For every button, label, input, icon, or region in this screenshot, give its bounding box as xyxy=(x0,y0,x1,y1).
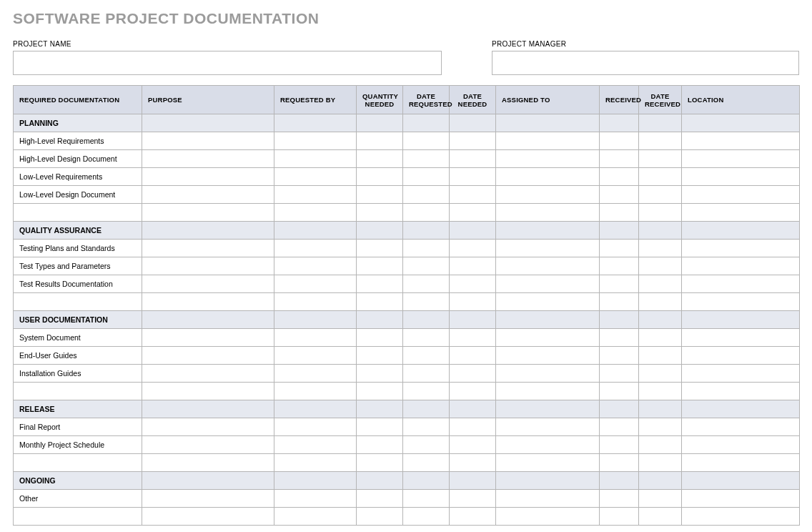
data-cell[interactable] xyxy=(142,132,274,150)
data-cell[interactable] xyxy=(600,293,639,311)
data-cell[interactable] xyxy=(639,490,682,508)
data-cell[interactable] xyxy=(357,204,403,222)
data-cell[interactable] xyxy=(450,508,496,526)
data-cell[interactable] xyxy=(403,508,450,526)
data-cell[interactable] xyxy=(274,508,357,526)
data-cell[interactable] xyxy=(142,240,274,257)
data-cell[interactable] xyxy=(600,329,639,347)
data-cell[interactable] xyxy=(600,436,639,454)
data-cell[interactable] xyxy=(496,204,600,222)
data-cell[interactable] xyxy=(496,132,600,150)
data-cell[interactable] xyxy=(639,329,682,347)
data-cell[interactable] xyxy=(274,418,357,436)
data-cell[interactable] xyxy=(142,508,274,526)
data-cell[interactable] xyxy=(274,168,357,186)
data-cell[interactable] xyxy=(403,454,450,472)
data-cell[interactable] xyxy=(450,204,496,222)
data-cell[interactable] xyxy=(403,365,450,383)
data-cell[interactable] xyxy=(682,257,800,275)
data-cell[interactable] xyxy=(357,454,403,472)
data-cell[interactable] xyxy=(600,275,639,293)
data-cell[interactable] xyxy=(639,418,682,436)
data-cell[interactable] xyxy=(496,186,600,204)
data-cell[interactable] xyxy=(142,204,274,222)
data-cell[interactable] xyxy=(357,347,403,365)
data-cell[interactable] xyxy=(496,329,600,347)
data-cell[interactable] xyxy=(496,383,600,400)
data-cell[interactable] xyxy=(600,204,639,222)
data-cell[interactable] xyxy=(450,275,496,293)
data-cell[interactable] xyxy=(496,168,600,186)
project-name-input[interactable] xyxy=(13,51,442,75)
data-cell[interactable] xyxy=(682,418,800,436)
data-cell[interactable] xyxy=(274,347,357,365)
data-cell[interactable] xyxy=(274,204,357,222)
data-cell[interactable] xyxy=(600,132,639,150)
data-cell[interactable] xyxy=(142,150,274,168)
data-cell[interactable] xyxy=(496,365,600,383)
data-cell[interactable] xyxy=(357,275,403,293)
data-cell[interactable] xyxy=(142,329,274,347)
data-cell[interactable] xyxy=(274,240,357,257)
data-cell[interactable] xyxy=(639,132,682,150)
project-manager-input[interactable] xyxy=(492,51,799,75)
data-cell[interactable] xyxy=(142,293,274,311)
data-cell[interactable] xyxy=(450,454,496,472)
data-cell[interactable] xyxy=(496,150,600,168)
data-cell[interactable] xyxy=(274,383,357,400)
data-cell[interactable] xyxy=(274,293,357,311)
data-cell[interactable] xyxy=(682,508,800,526)
data-cell[interactable] xyxy=(450,293,496,311)
data-cell[interactable] xyxy=(682,275,800,293)
data-cell[interactable] xyxy=(450,490,496,508)
data-cell[interactable] xyxy=(450,436,496,454)
data-cell[interactable] xyxy=(274,275,357,293)
data-cell[interactable] xyxy=(600,347,639,365)
data-cell[interactable] xyxy=(639,168,682,186)
data-cell[interactable] xyxy=(357,436,403,454)
data-cell[interactable] xyxy=(274,257,357,275)
data-cell[interactable] xyxy=(600,490,639,508)
data-cell[interactable] xyxy=(600,383,639,400)
data-cell[interactable] xyxy=(600,508,639,526)
data-cell[interactable] xyxy=(274,150,357,168)
data-cell[interactable] xyxy=(357,383,403,400)
data-cell[interactable] xyxy=(403,257,450,275)
data-cell[interactable] xyxy=(682,490,800,508)
data-cell[interactable] xyxy=(450,383,496,400)
data-cell[interactable] xyxy=(639,347,682,365)
data-cell[interactable] xyxy=(357,186,403,204)
data-cell[interactable] xyxy=(496,454,600,472)
data-cell[interactable] xyxy=(450,418,496,436)
data-cell[interactable] xyxy=(142,257,274,275)
data-cell[interactable] xyxy=(274,132,357,150)
data-cell[interactable] xyxy=(496,490,600,508)
data-cell[interactable] xyxy=(357,168,403,186)
data-cell[interactable] xyxy=(682,293,800,311)
data-cell[interactable] xyxy=(403,275,450,293)
data-cell[interactable] xyxy=(600,186,639,204)
data-cell[interactable] xyxy=(639,257,682,275)
data-cell[interactable] xyxy=(600,150,639,168)
data-cell[interactable] xyxy=(142,347,274,365)
data-cell[interactable] xyxy=(142,490,274,508)
data-cell[interactable] xyxy=(682,132,800,150)
data-cell[interactable] xyxy=(639,293,682,311)
data-cell[interactable] xyxy=(403,329,450,347)
data-cell[interactable] xyxy=(450,365,496,383)
data-cell[interactable] xyxy=(600,240,639,257)
data-cell[interactable] xyxy=(357,329,403,347)
data-cell[interactable] xyxy=(639,508,682,526)
data-cell[interactable] xyxy=(450,347,496,365)
data-cell[interactable] xyxy=(682,240,800,257)
data-cell[interactable] xyxy=(357,508,403,526)
data-cell[interactable] xyxy=(357,132,403,150)
data-cell[interactable] xyxy=(639,240,682,257)
data-cell[interactable] xyxy=(357,257,403,275)
data-cell[interactable] xyxy=(682,436,800,454)
data-cell[interactable] xyxy=(682,168,800,186)
data-cell[interactable] xyxy=(403,418,450,436)
data-cell[interactable] xyxy=(682,150,800,168)
data-cell[interactable] xyxy=(450,257,496,275)
data-cell[interactable] xyxy=(682,186,800,204)
